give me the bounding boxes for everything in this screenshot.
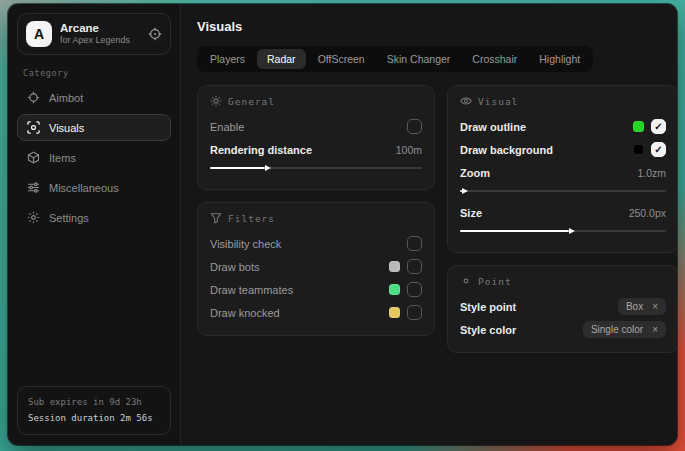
style-point-value: Box — [626, 301, 643, 312]
style-color-row: Style color Single color × — [460, 318, 666, 341]
close-icon[interactable]: × — [652, 301, 658, 312]
style-color-label: Style color — [460, 324, 516, 336]
tab-radar[interactable]: Radar — [257, 49, 306, 69]
sidebar-item-label: Settings — [49, 212, 89, 224]
style-point-label: Style point — [460, 301, 516, 313]
draw-knocked-color-swatch[interactable] — [389, 307, 400, 318]
sidebar: A Arcane for Apex Legends Category Aimbo… — [8, 4, 180, 445]
app-title-block: Arcane for Apex Legends — [60, 21, 130, 47]
eye-icon — [460, 95, 472, 107]
general-card-header: General — [210, 95, 422, 107]
app-name: Arcane — [60, 21, 130, 35]
style-color-value: Single color — [591, 324, 643, 335]
sidebar-item-label: Miscellaneous — [49, 182, 119, 194]
slider-thumb[interactable] — [210, 167, 265, 169]
filters-card-header: Filters — [210, 212, 422, 224]
right-column: Visual Draw outline ✓ Draw background — [447, 85, 677, 353]
sub-expires-text: Sub expires in 9d 23h — [28, 395, 160, 410]
enable-label: Enable — [210, 121, 244, 133]
app-header: A Arcane for Apex Legends — [17, 13, 171, 55]
app-subtitle: for Apex Legends — [60, 35, 130, 47]
visibility-check-label: Visibility check — [210, 238, 281, 250]
enable-row: Enable — [210, 115, 422, 138]
draw-background-color-swatch[interactable] — [633, 144, 644, 155]
funnel-icon — [210, 212, 222, 224]
draw-background-row: Draw background ✓ — [460, 138, 666, 161]
sidebar-item-items[interactable]: Items — [17, 144, 171, 171]
size-row: Size 250.0px — [460, 201, 666, 224]
tab-crosshair[interactable]: Crosshair — [462, 49, 527, 69]
draw-background-label: Draw background — [460, 144, 553, 156]
zoom-row: Zoom 1.0zm — [460, 161, 666, 184]
category-label: Category — [23, 68, 165, 78]
session-duration-text: Session duration 2m 56s — [28, 411, 160, 426]
visual-card: Visual Draw outline ✓ Draw background — [447, 85, 677, 253]
rendering-distance-slider[interactable] — [210, 164, 422, 172]
target-icon[interactable] — [148, 27, 162, 41]
draw-teammates-color-swatch[interactable] — [389, 284, 400, 295]
slider-track — [460, 190, 666, 192]
size-value: 250.0px — [629, 207, 666, 219]
cube-icon — [27, 151, 40, 164]
draw-knocked-row: Draw knocked — [210, 301, 422, 324]
filters-title: Filters — [228, 213, 275, 224]
visibility-check-row: Visibility check — [210, 232, 422, 255]
visual-title: Visual — [478, 96, 518, 107]
draw-outline-checkbox[interactable]: ✓ — [651, 119, 666, 134]
left-column: General Enable Rendering distance 100m — [197, 85, 435, 336]
draw-background-checkbox[interactable]: ✓ — [651, 142, 666, 157]
visuals-tabbar: Players Radar OffScreen Skin Changer Cro… — [197, 46, 593, 72]
point-title: Point — [478, 276, 512, 287]
app-window: A Arcane for Apex Legends Category Aimbo… — [8, 4, 677, 445]
content-area: General Enable Rendering distance 100m — [197, 85, 677, 353]
sun-icon — [210, 95, 222, 107]
visibility-check-checkbox[interactable] — [407, 236, 422, 251]
sidebar-item-aimbot[interactable]: Aimbot — [17, 84, 171, 111]
draw-outline-row: Draw outline ✓ — [460, 115, 666, 138]
enable-checkbox[interactable] — [407, 119, 422, 134]
zoom-label: Zoom — [460, 167, 490, 179]
size-label: Size — [460, 207, 482, 219]
sidebar-item-miscellaneous[interactable]: Miscellaneous — [17, 174, 171, 201]
draw-bots-checkbox[interactable] — [407, 259, 422, 274]
draw-teammates-label: Draw teammates — [210, 284, 293, 296]
crosshair-icon — [27, 91, 40, 104]
main-panel: Visuals Players Radar OffScreen Skin Cha… — [180, 4, 677, 445]
filters-card: Filters Visibility check Draw bots — [197, 202, 435, 336]
gear-icon — [27, 211, 40, 224]
sidebar-item-settings[interactable]: Settings — [17, 204, 171, 231]
size-slider[interactable] — [460, 227, 666, 235]
eye-scan-icon — [27, 121, 40, 134]
point-card-header: Point — [460, 275, 666, 287]
draw-teammates-checkbox[interactable] — [407, 282, 422, 297]
draw-knocked-label: Draw knocked — [210, 307, 280, 319]
tab-skin-changer[interactable]: Skin Changer — [377, 49, 461, 69]
zoom-slider[interactable] — [460, 187, 666, 195]
sidebar-item-visuals[interactable]: Visuals — [17, 114, 171, 141]
subscription-info: Sub expires in 9d 23h Session duration 2… — [17, 386, 171, 435]
draw-outline-label: Draw outline — [460, 121, 526, 133]
dot-icon — [460, 275, 472, 287]
visual-card-header: Visual — [460, 95, 666, 107]
style-point-select[interactable]: Box × — [618, 298, 666, 315]
close-icon[interactable]: × — [652, 324, 658, 335]
draw-bots-color-swatch[interactable] — [389, 261, 400, 272]
style-color-select[interactable]: Single color × — [583, 321, 666, 338]
style-point-row: Style point Box × — [460, 295, 666, 318]
draw-outline-color-swatch[interactable] — [633, 121, 644, 132]
tab-offscreen[interactable]: OffScreen — [308, 49, 375, 69]
draw-bots-label: Draw bots — [210, 261, 260, 273]
rendering-distance-value: 100m — [396, 144, 422, 156]
general-card: General Enable Rendering distance 100m — [197, 85, 435, 190]
draw-knocked-checkbox[interactable] — [407, 305, 422, 320]
slider-thumb[interactable] — [460, 190, 462, 192]
app-logo: A — [26, 21, 52, 47]
slider-thumb[interactable] — [460, 230, 569, 232]
page-title: Visuals — [197, 19, 677, 34]
sidebar-item-label: Visuals — [49, 122, 84, 134]
tab-highlight[interactable]: Highlight — [529, 49, 590, 69]
zoom-value: 1.0zm — [637, 167, 666, 179]
point-card: Point Style point Box × Style color — [447, 265, 677, 353]
rendering-distance-row: Rendering distance 100m — [210, 138, 422, 161]
tab-players[interactable]: Players — [200, 49, 255, 69]
